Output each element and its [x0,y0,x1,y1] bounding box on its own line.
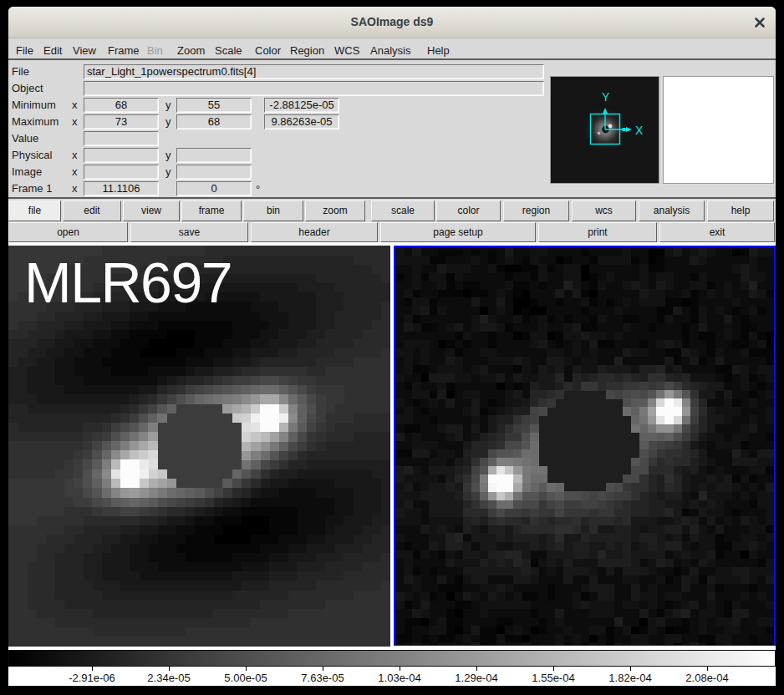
svg-text:Y: Y [602,90,610,104]
svg-text:X: X [635,124,644,137]
